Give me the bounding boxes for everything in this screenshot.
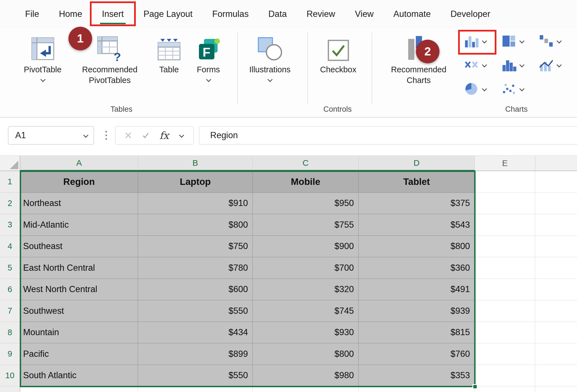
cell-F8[interactable] — [535, 322, 577, 344]
cell-B4[interactable]: $750 — [138, 236, 253, 257]
enter-icon[interactable] — [142, 132, 150, 139]
cell-C5[interactable]: $700 — [253, 257, 359, 279]
cell-E1[interactable] — [475, 171, 535, 193]
tab-page-layout[interactable]: Page Layout — [134, 0, 202, 28]
insert-hierarchy-chart-button[interactable] — [501, 33, 525, 49]
column-header-F[interactable] — [535, 156, 577, 171]
cell-C9[interactable]: $800 — [253, 343, 359, 365]
cell-C10[interactable]: $980 — [253, 365, 359, 387]
cell-C8[interactable]: $930 — [253, 322, 359, 344]
tab-formulas[interactable]: Formulas — [202, 0, 258, 28]
cell-B5[interactable]: $780 — [138, 257, 253, 279]
checkbox-button[interactable]: Checkbox — [315, 32, 361, 75]
chevron-down-icon[interactable] — [519, 87, 525, 91]
row-header-2[interactable]: 2 — [0, 193, 20, 214]
column-header-A[interactable]: A — [20, 156, 138, 171]
select-all-corner[interactable] — [0, 156, 20, 171]
chevron-down-icon[interactable] — [206, 78, 211, 82]
cell-E2[interactable] — [475, 193, 535, 214]
row-header-1[interactable]: 1 — [0, 171, 20, 193]
cell-F9[interactable] — [535, 343, 577, 365]
cell-B11[interactable] — [138, 386, 253, 392]
cell-F7[interactable] — [535, 300, 577, 322]
cell-C11[interactable] — [253, 386, 359, 392]
row-header-9[interactable]: 9 — [0, 343, 20, 365]
chevron-down-icon[interactable] — [481, 87, 487, 91]
chevron-down-icon[interactable] — [481, 63, 487, 67]
row-header-3[interactable]: 3 — [0, 214, 20, 236]
insert-combo-chart-button[interactable] — [538, 57, 562, 73]
cell-D11[interactable] — [359, 386, 475, 392]
illustrations-button[interactable]: Illustrations — [243, 32, 297, 82]
insert-line-chart-button[interactable] — [463, 57, 487, 73]
name-box[interactable]: A1 — [8, 126, 94, 145]
cancel-icon[interactable] — [125, 132, 132, 139]
column-header-B[interactable]: B — [138, 156, 253, 171]
insert-scatter-chart-button[interactable] — [501, 81, 525, 97]
cell-D6[interactable]: $491 — [359, 279, 475, 301]
cell-B7[interactable]: $550 — [138, 300, 253, 322]
cell-F3[interactable] — [535, 214, 577, 236]
cell-B8[interactable]: $434 — [138, 322, 253, 344]
cell-C1[interactable]: Mobile — [253, 171, 359, 193]
cell-C7[interactable]: $745 — [253, 300, 359, 322]
cell-D4[interactable]: $800 — [359, 236, 475, 257]
cell-E8[interactable] — [475, 322, 535, 344]
row-header-6[interactable]: 6 — [0, 279, 20, 301]
cell-A4[interactable]: Southeast — [20, 236, 138, 257]
cell-D1[interactable]: Tablet — [359, 171, 475, 193]
cell-A1[interactable]: Region — [20, 171, 138, 193]
row-header-11[interactable]: 11 — [0, 386, 20, 392]
fill-handle[interactable] — [472, 384, 478, 389]
cell-D3[interactable]: $543 — [359, 214, 475, 236]
column-header-E[interactable]: E — [475, 156, 535, 171]
tab-review[interactable]: Review — [297, 0, 345, 28]
cell-B6[interactable]: $600 — [138, 279, 253, 301]
cell-F1[interactable] — [535, 171, 577, 193]
chevron-down-icon[interactable] — [179, 133, 184, 137]
row-header-4[interactable]: 4 — [0, 236, 20, 257]
cell-C6[interactable]: $320 — [253, 279, 359, 301]
row-header-8[interactable]: 8 — [0, 322, 20, 344]
insert-pie-chart-button[interactable] — [463, 81, 487, 97]
tab-home[interactable]: Home — [49, 0, 92, 28]
cell-D5[interactable]: $360 — [359, 257, 475, 279]
cell-D2[interactable]: $375 — [359, 193, 475, 214]
cell-D7[interactable]: $939 — [359, 300, 475, 322]
formula-input[interactable]: Region — [199, 126, 577, 145]
tab-data[interactable]: Data — [258, 0, 296, 28]
cell-E3[interactable] — [475, 214, 535, 236]
chevron-down-icon[interactable] — [519, 39, 525, 43]
tab-insert[interactable]: Insert — [92, 0, 134, 28]
chevron-down-icon[interactable] — [481, 39, 487, 43]
cell-C4[interactable]: $900 — [253, 236, 359, 257]
cell-E5[interactable] — [475, 257, 535, 279]
row-header-7[interactable]: 7 — [0, 300, 20, 322]
insert-statistic-chart-button[interactable] — [501, 57, 525, 73]
cell-D9[interactable]: $760 — [359, 343, 475, 365]
cell-F2[interactable] — [535, 193, 577, 214]
chevron-down-icon[interactable] — [83, 133, 88, 137]
column-header-C[interactable]: C — [253, 156, 359, 171]
pivottable-button[interactable]: PivotTable — [18, 32, 67, 82]
cell-A6[interactable]: West North Central — [20, 279, 138, 301]
insert-waterfall-chart-button[interactable] — [538, 33, 562, 49]
cell-E4[interactable] — [475, 236, 535, 257]
chevron-down-icon[interactable] — [40, 78, 46, 82]
column-header-D[interactable]: D — [359, 156, 475, 171]
cell-B9[interactable]: $899 — [138, 343, 253, 365]
cell-A7[interactable]: Southwest — [20, 300, 138, 322]
tab-developer[interactable]: Developer — [441, 0, 500, 28]
cell-A3[interactable]: Mid-Atlantic — [20, 214, 138, 236]
cell-C3[interactable]: $755 — [253, 214, 359, 236]
row-header-5[interactable]: 5 — [0, 257, 20, 279]
cell-B3[interactable]: $800 — [138, 214, 253, 236]
chevron-down-icon[interactable] — [267, 78, 273, 82]
cell-F4[interactable] — [535, 236, 577, 257]
cell-B1[interactable]: Laptop — [138, 171, 253, 193]
insert-column-chart-button[interactable] — [463, 33, 487, 49]
forms-button[interactable]: F Forms — [189, 32, 227, 82]
cell-A5[interactable]: East North Central — [20, 257, 138, 279]
cell-D8[interactable]: $815 — [359, 322, 475, 344]
row-header-10[interactable]: 10 — [0, 365, 20, 387]
